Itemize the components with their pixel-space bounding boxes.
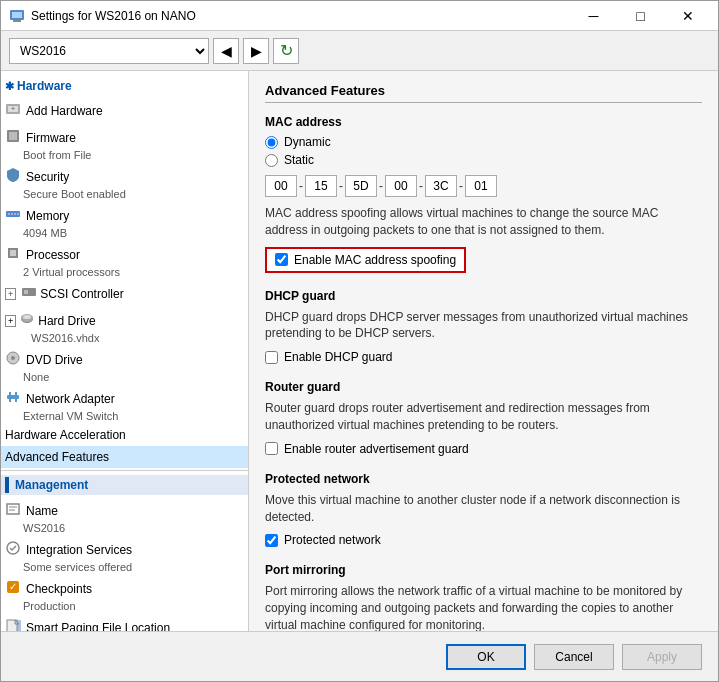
protected-section-title: Protected network: [265, 472, 702, 486]
svg-rect-14: [10, 250, 16, 256]
dhcp-guard-row: Enable DHCP guard: [265, 350, 702, 364]
security-sub: Secure Boot enabled: [1, 188, 248, 200]
protected-network-checkbox[interactable]: [265, 534, 278, 547]
router-section: Router guard Router guard drops router a…: [265, 380, 702, 456]
svg-rect-1: [12, 12, 22, 18]
section-title: Advanced Features: [265, 83, 702, 103]
mac-section-title: MAC address: [265, 115, 702, 129]
memory-label: Memory: [26, 209, 69, 223]
sidebar-hwaccel[interactable]: Hardware Acceleration: [1, 424, 248, 446]
harddrive-label: Hard Drive: [38, 314, 95, 328]
mac-radio-group: Dynamic Static: [265, 135, 702, 167]
sidebar-firmware[interactable]: Firmware Boot from File: [1, 124, 248, 163]
mac-section: MAC address Dynamic Static: [265, 115, 702, 273]
protected-info: Move this virtual machine to another clu…: [265, 492, 702, 526]
security-label: Security: [26, 170, 69, 184]
svg-rect-10: [11, 213, 13, 215]
sidebar: ✱ Hardware + Add Hardware: [1, 71, 249, 631]
mac-spoofing-label: Enable MAC address spoofing: [294, 253, 456, 267]
sidebar-hardware-section[interactable]: ✱ Hardware: [1, 75, 248, 97]
next-button[interactable]: ▶: [243, 38, 269, 64]
svg-point-21: [11, 356, 15, 360]
mac-sep-1: -: [299, 179, 303, 193]
mac-dynamic-radio[interactable]: [265, 136, 278, 149]
mac-byte-1[interactable]: [265, 175, 297, 197]
firmware-label: Firmware: [26, 131, 76, 145]
maximize-button[interactable]: □: [618, 1, 663, 31]
sidebar-name[interactable]: Name WS2016: [1, 497, 248, 536]
dvddrive-sub: None: [1, 371, 248, 383]
firmware-sub: Boot from File: [1, 149, 248, 161]
mac-sep-3: -: [379, 179, 383, 193]
sidebar-dvddrive[interactable]: DVD Drive None: [1, 346, 248, 385]
dhcp-guard-label: Enable DHCP guard: [284, 350, 393, 364]
scsi-label: SCSI Controller: [40, 287, 123, 301]
svg-rect-9: [8, 213, 10, 215]
sidebar-checkpoints[interactable]: ✓ Checkpoints Production: [1, 575, 248, 614]
portmirror-section: Port mirroring Port mirroring allows the…: [265, 563, 702, 631]
netadapter-label: Network Adapter: [26, 392, 115, 406]
main-window: Settings for WS2016 on NANO ─ □ ✕ WS2016…: [0, 0, 719, 682]
name-label: Name: [26, 504, 58, 518]
sidebar-management-section[interactable]: Management: [1, 473, 248, 497]
sidebar-memory[interactable]: Memory 4094 MB: [1, 202, 248, 241]
window-icon: [9, 8, 25, 24]
sidebar-security[interactable]: Security Secure Boot enabled: [1, 163, 248, 202]
mac-sep-4: -: [419, 179, 423, 193]
dhcp-info: DHCP guard drops DHCP server messages fr…: [265, 309, 702, 343]
mac-dynamic-option[interactable]: Dynamic: [265, 135, 702, 149]
checkpoints-label: Checkpoints: [26, 582, 92, 596]
router-section-title: Router guard: [265, 380, 702, 394]
sidebar-smartpaging[interactable]: Smart Paging File Location E:\vms\ws2016: [1, 614, 248, 631]
management-section-label: Management: [15, 478, 88, 492]
svg-text:✓: ✓: [9, 581, 17, 592]
toolbar: WS2016 ◀ ▶ ↻: [1, 31, 718, 71]
name-sub: WS2016: [1, 522, 248, 534]
sidebar-add-hardware[interactable]: + Add Hardware: [1, 97, 248, 124]
window-title: Settings for WS2016 on NANO: [31, 9, 571, 23]
router-guard-checkbox[interactable]: [265, 442, 278, 455]
mac-byte-4[interactable]: [385, 175, 417, 197]
mac-byte-6[interactable]: [465, 175, 497, 197]
apply-button[interactable]: Apply: [622, 644, 702, 670]
hardware-section-label: Hardware: [17, 79, 72, 93]
sidebar-harddrive[interactable]: + Hard Drive WS2016.vhdx: [1, 307, 248, 346]
dvddrive-label: DVD Drive: [26, 353, 83, 367]
refresh-button[interactable]: ↻: [273, 38, 299, 64]
svg-rect-16: [24, 290, 28, 294]
sidebar-advfeatures[interactable]: Advanced Features: [1, 446, 248, 468]
mac-dynamic-label: Dynamic: [284, 135, 331, 149]
svg-rect-27: [7, 504, 19, 514]
vm-selector[interactable]: WS2016: [9, 38, 209, 64]
close-button[interactable]: ✕: [665, 1, 710, 31]
memory-sub: 4094 MB: [1, 227, 248, 239]
mac-sep-5: -: [459, 179, 463, 193]
ok-button[interactable]: OK: [446, 644, 526, 670]
dhcp-section: DHCP guard DHCP guard drops DHCP server …: [265, 289, 702, 365]
svg-rect-7: [9, 132, 17, 140]
smartpaging-label: Smart Paging File Location: [26, 621, 170, 632]
cancel-button[interactable]: Cancel: [534, 644, 614, 670]
mac-byte-2[interactable]: [305, 175, 337, 197]
advfeatures-label: Advanced Features: [5, 450, 109, 464]
svg-rect-24: [15, 392, 17, 395]
mac-address-inputs: - - - - -: [265, 175, 702, 197]
svg-point-19: [23, 315, 31, 319]
minimize-button[interactable]: ─: [571, 1, 616, 31]
portmirror-info: Port mirroring allows the network traffi…: [265, 583, 702, 631]
sidebar-scsi[interactable]: + SCSI Controller: [1, 280, 248, 307]
svg-rect-34: [17, 620, 21, 631]
svg-text:+: +: [11, 105, 15, 112]
mac-spoofing-checkbox[interactable]: [275, 253, 288, 266]
sidebar-processor[interactable]: Processor 2 Virtual processors: [1, 241, 248, 280]
mac-static-option[interactable]: Static: [265, 153, 702, 167]
mac-byte-3[interactable]: [345, 175, 377, 197]
sidebar-netadapter[interactable]: Network Adapter External VM Switch: [1, 385, 248, 424]
mac-static-radio[interactable]: [265, 154, 278, 167]
sidebar-integration[interactable]: Integration Services Some services offer…: [1, 536, 248, 575]
prev-button[interactable]: ◀: [213, 38, 239, 64]
harddrive-sub: WS2016.vhdx: [1, 332, 248, 344]
mac-byte-5[interactable]: [425, 175, 457, 197]
dhcp-guard-checkbox[interactable]: [265, 351, 278, 364]
svg-rect-11: [14, 213, 16, 215]
